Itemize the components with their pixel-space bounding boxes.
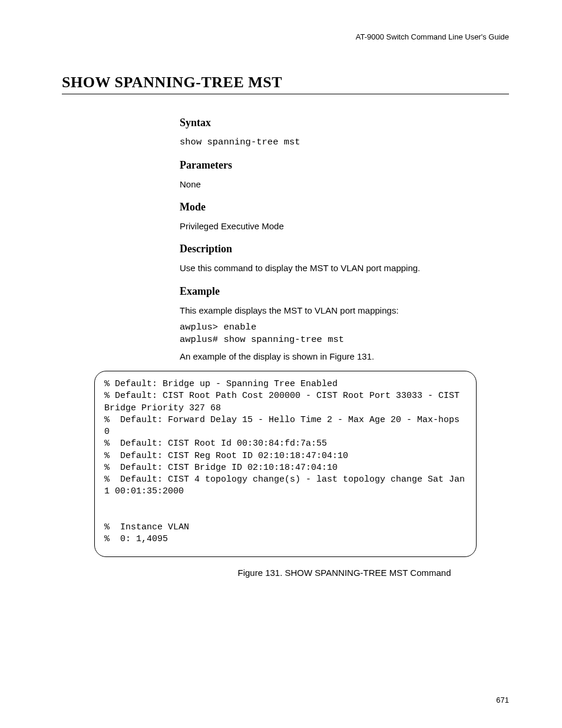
page-title: SHOW SPANNING-TREE MST [62, 74, 509, 94]
parameters-heading: Parameters [180, 159, 509, 172]
description-heading: Description [180, 243, 509, 255]
example-heading: Example [180, 285, 509, 298]
syntax-heading: Syntax [180, 117, 509, 129]
output-text: % Default: Bridge up - Spanning Tree Ena… [104, 378, 467, 546]
page-number: 671 [496, 696, 509, 704]
example-code: awplus> enable awplus# show spanning-tre… [180, 321, 509, 346]
mode-heading: Mode [180, 201, 509, 213]
example-intro: This example displays the MST to VLAN po… [180, 305, 509, 317]
mode-text: Privileged Executive Mode [180, 220, 509, 232]
syntax-code: show spanning-tree mst [180, 136, 509, 149]
output-box: % Default: Bridge up - Spanning Tree Ena… [94, 371, 477, 557]
page: AT-9000 Switch Command Line User's Guide… [0, 0, 562, 728]
running-header: AT-9000 Switch Command Line User's Guide [62, 32, 509, 41]
example-note: An example of the display is shown in Fi… [180, 351, 509, 363]
figure-caption: Figure 131. SHOW SPANNING-TREE MST Comma… [180, 568, 509, 578]
parameters-text: None [180, 179, 509, 190]
description-text: Use this command to display the MST to V… [180, 262, 509, 274]
body-content: Syntax show spanning-tree mst Parameters… [180, 117, 509, 363]
